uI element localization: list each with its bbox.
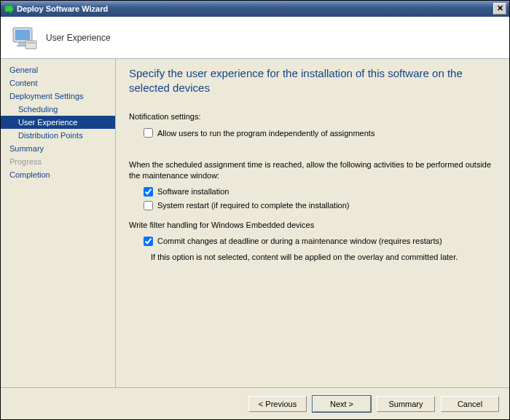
wizard-header: User Experience — [1, 17, 509, 59]
sidebar-item-label: User Experience — [18, 118, 77, 127]
notification-settings-label: Notification settings: — [129, 112, 496, 121]
sidebar-item-user-experience[interactable]: User Experience — [1, 116, 115, 129]
window-title: Deploy Software Wizard — [17, 4, 108, 13]
allow-users-label: Allow users to run the program independe… — [157, 129, 374, 138]
sidebar-item-label: Completion — [9, 170, 50, 179]
page-title: User Experience — [46, 33, 111, 43]
sidebar: General Content Deployment Settings Sche… — [1, 59, 116, 387]
software-install-row[interactable]: Software installation — [144, 187, 496, 197]
wizard-window: Deploy Software Wizard ✕ User Experience… — [0, 0, 510, 420]
sidebar-item-scheduling[interactable]: Scheduling — [1, 103, 115, 116]
system-restart-label: System restart (if required to complete … — [157, 201, 350, 210]
page-heading: Specify the user experience for the inst… — [129, 66, 496, 95]
sidebar-item-label: Progress — [9, 157, 42, 166]
close-button[interactable]: ✕ — [493, 3, 506, 15]
commit-changes-note: If this option is not selected, content … — [151, 252, 496, 263]
svg-rect-5 — [26, 41, 36, 49]
commit-changes-label: Commit changes at deadline or during a m… — [157, 237, 442, 245]
monitor-icon — [9, 23, 39, 52]
allow-users-row[interactable]: Allow users to run the program independe… — [144, 128, 496, 138]
allow-users-checkbox[interactable] — [144, 128, 153, 138]
system-restart-checkbox[interactable] — [144, 201, 153, 210]
sidebar-item-content[interactable]: Content — [1, 76, 115, 90]
previous-button[interactable]: < Previous — [248, 396, 307, 412]
sidebar-item-label: Deployment Settings — [9, 92, 84, 100]
sidebar-item-label: Scheduling — [18, 105, 58, 114]
software-install-checkbox[interactable] — [144, 187, 153, 197]
wizard-footer: < Previous Next > Summary Cancel — [1, 387, 509, 419]
svg-rect-6 — [27, 42, 35, 44]
sidebar-item-summary[interactable]: Summary — [1, 142, 115, 155]
cancel-button[interactable]: Cancel — [441, 396, 499, 412]
sidebar-item-progress: Progress — [1, 155, 115, 168]
sidebar-item-label: Summary — [9, 144, 44, 153]
summary-button[interactable]: Summary — [377, 396, 435, 412]
sidebar-item-general[interactable]: General — [1, 63, 115, 76]
svg-marker-0 — [5, 4, 14, 14]
writefilter-label: Write filter handling for Windows Embedd… — [129, 221, 496, 229]
wizard-body: General Content Deployment Settings Sche… — [1, 59, 509, 387]
commit-changes-checkbox[interactable] — [144, 237, 153, 246]
sidebar-item-label: General — [9, 66, 38, 74]
sidebar-item-distribution-points[interactable]: Distribution Points — [1, 129, 115, 142]
sidebar-item-label: Distribution Points — [18, 131, 83, 140]
sidebar-item-label: Content — [9, 79, 38, 87]
commit-changes-row[interactable]: Commit changes at deadline or during a m… — [144, 237, 496, 246]
sidebar-item-deployment-settings[interactable]: Deployment Settings — [1, 90, 115, 103]
titlebar: Deploy Software Wizard ✕ — [1, 1, 509, 17]
software-install-label: Software installation — [157, 187, 229, 196]
svg-rect-2 — [15, 30, 30, 40]
system-restart-row[interactable]: System restart (if required to complete … — [144, 201, 496, 210]
content-panel: Specify the user experience for the inst… — [116, 59, 509, 387]
maintenance-window-text: When the scheduled assignment time is re… — [129, 159, 496, 181]
app-icon — [4, 4, 14, 14]
sidebar-item-completion[interactable]: Completion — [1, 168, 115, 181]
next-button[interactable]: Next > — [313, 396, 371, 412]
